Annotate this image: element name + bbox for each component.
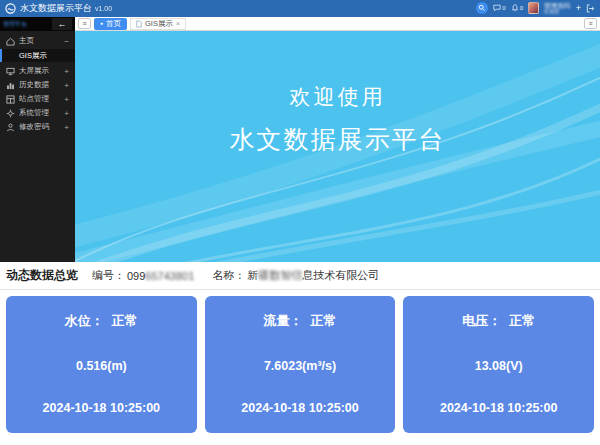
grid-icon xyxy=(6,95,15,104)
app-logo-icon xyxy=(5,3,16,14)
code-value-redacted: 65743801 xyxy=(145,270,194,282)
message-icon xyxy=(493,4,501,12)
sidebar-item-system[interactable]: 系统管理 + xyxy=(0,106,75,120)
status-badge: 正常 xyxy=(311,313,337,328)
tab-gis-label: GIS展示 xyxy=(145,19,173,29)
add-button[interactable]: + xyxy=(576,3,581,13)
metric-label: 电压： xyxy=(462,313,501,328)
sidebar-item-home[interactable]: 主页 − xyxy=(0,34,75,48)
tab-gis[interactable]: GIS展示 × xyxy=(130,18,186,30)
top-bar: 水文数据展示平台 v1.00 0 0 xyxy=(0,0,600,17)
name-value-suffix: 息技术有限公司 xyxy=(302,268,379,283)
expand-plus-icon: + xyxy=(64,81,69,90)
metric-label: 流量： xyxy=(264,313,303,328)
home-icon xyxy=(6,37,15,46)
user-icon xyxy=(6,123,15,132)
welcome-line1: 欢迎使用 xyxy=(75,83,600,111)
sidebar-item-label: 系统管理 xyxy=(19,108,60,118)
metric-timestamp: 2024-10-18 10:25:00 xyxy=(440,401,557,415)
card-title: 流量：正常 xyxy=(264,312,337,330)
sidebar-item-password[interactable]: 修改密码 + xyxy=(0,120,75,134)
expand-plus-icon: + xyxy=(64,67,69,76)
metric-timestamp: 2024-10-18 10:25:00 xyxy=(241,401,358,415)
active-tab-dot-icon: ● xyxy=(100,21,103,26)
body-row: 主页 − GIS展示 大屏展示 + xyxy=(0,31,600,262)
app-window: 水文数据展示平台 v1.00 0 0 xyxy=(0,0,600,445)
sidebar-item-stations[interactable]: 站点管理 + xyxy=(0,92,75,106)
tab-close-icon[interactable]: × xyxy=(176,20,180,27)
tab-options-button[interactable]: ≡ xyxy=(584,18,597,29)
collapse-sidebar-button[interactable]: ← xyxy=(52,18,72,30)
welcome-line2: 水文数据展示平台 xyxy=(75,123,600,156)
sidebar-header: 管理平台 ← xyxy=(0,17,75,31)
sidebar-item-history[interactable]: 历史数据 + xyxy=(0,78,75,92)
message-badge: 0 xyxy=(502,5,505,11)
logout-icon xyxy=(586,4,595,13)
tab-menu-button[interactable]: ≡ xyxy=(78,18,91,29)
secondary-bar: 管理平台 ← ≡ ● 首页 GIS展示 × ≡ xyxy=(0,17,600,31)
sidebar-item-label: 历史数据 xyxy=(19,80,60,90)
overview-title: 动态数据总览 xyxy=(6,267,78,284)
metric-value: 13.08(V) xyxy=(475,359,523,373)
sidebar-item-bigscreen[interactable]: 大屏展示 + xyxy=(0,64,75,78)
main-welcome-panel: 欢迎使用 水文数据展示平台 xyxy=(75,31,600,262)
sidebar-item-label: 大屏展示 xyxy=(19,66,60,76)
code-value: 099 xyxy=(127,270,145,282)
card-title: 水位：正常 xyxy=(65,312,138,330)
notifications-button[interactable]: 0 xyxy=(511,4,523,12)
status-badge: 正常 xyxy=(112,313,138,328)
tab-home-label: 首页 xyxy=(106,19,121,29)
sidebar-header-text: 管理平台 xyxy=(3,20,27,29)
metric-label: 水位： xyxy=(65,313,104,328)
metric-value: 0.516(m) xyxy=(76,359,127,373)
tab-home[interactable]: ● 首页 xyxy=(94,18,127,30)
gear-icon xyxy=(6,109,15,118)
sidebar-item-label: 修改密码 xyxy=(19,122,60,132)
logout-button[interactable] xyxy=(586,4,595,13)
notifications-badge: 0 xyxy=(520,5,523,11)
search-button[interactable] xyxy=(476,2,488,14)
status-badge: 正常 xyxy=(509,313,535,328)
overview-bar: 动态数据总览 编号： 09965743801 名称： 新疆数智信息技术有限公司 xyxy=(0,262,600,290)
screen-icon xyxy=(6,67,15,76)
water-level-card[interactable]: 水位：正常 0.516(m) 2024-10-18 10:25:00 xyxy=(6,296,197,433)
message-button[interactable]: 0 xyxy=(493,4,505,12)
name-value-prefix: 新 xyxy=(247,268,258,283)
sidebar-subitem-gis[interactable]: GIS展示 xyxy=(0,49,75,62)
card-title: 电压：正常 xyxy=(462,312,535,330)
flow-card[interactable]: 流量：正常 7.6023(m³/s) 2024-10-18 10:25:00 xyxy=(205,296,396,433)
app-title: 水文数据展示平台 xyxy=(20,2,92,15)
sidebar-subitem-label: GIS展示 xyxy=(19,51,47,61)
topbar-actions: 0 0 管理员01 欢迎您 + xyxy=(476,2,595,15)
user-subtext: 欢迎您 xyxy=(544,9,571,15)
tab-bar: ≡ ● 首页 GIS展示 × ≡ xyxy=(75,17,600,31)
user-avatar[interactable] xyxy=(528,2,539,14)
collapse-minus-icon: − xyxy=(64,37,69,46)
metric-cards-row: 水位：正常 0.516(m) 2024-10-18 10:25:00 流量：正常… xyxy=(0,290,600,445)
voltage-card[interactable]: 电压：正常 13.08(V) 2024-10-18 10:25:00 xyxy=(403,296,594,433)
metric-timestamp: 2024-10-18 10:25:00 xyxy=(43,401,160,415)
welcome-message: 欢迎使用 水文数据展示平台 xyxy=(75,83,600,156)
sidebar-item-label: 主页 xyxy=(19,36,60,46)
name-value-redacted: 疆数智信 xyxy=(258,268,302,283)
expand-plus-icon: + xyxy=(64,123,69,132)
name-label: 名称： xyxy=(212,268,245,283)
page-icon xyxy=(136,20,142,28)
sidebar-nav: 主页 − GIS展示 大屏展示 + xyxy=(0,31,75,262)
sidebar-item-label: 站点管理 xyxy=(19,94,60,104)
user-info[interactable]: 管理员01 欢迎您 xyxy=(544,2,571,15)
expand-plus-icon: + xyxy=(64,95,69,104)
app-version: v1.00 xyxy=(95,5,112,12)
chart-icon xyxy=(6,81,15,90)
code-label: 编号： xyxy=(92,268,125,283)
expand-plus-icon: + xyxy=(64,109,69,118)
bell-icon xyxy=(511,4,519,12)
metric-value: 7.6023(m³/s) xyxy=(264,359,336,373)
